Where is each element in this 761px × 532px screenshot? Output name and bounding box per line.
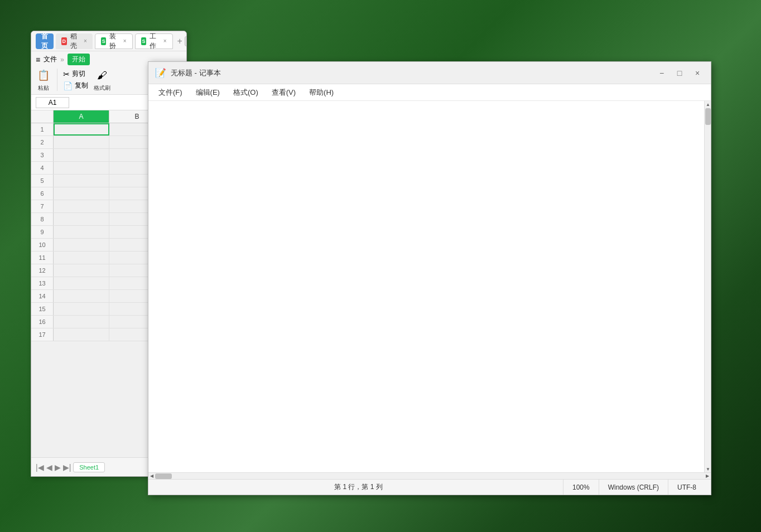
format-label: 格式刷 [94, 84, 110, 92]
np-menu-help[interactable]: 帮助(H) [304, 85, 339, 100]
paste-group: 📋 粘贴 [36, 67, 51, 92]
cell-a14[interactable] [54, 290, 109, 302]
cell-b4[interactable] [109, 162, 154, 174]
cell-a16[interactable] [54, 316, 109, 328]
np-menubar: 文件(F) 编辑(E) 格式(O) 查看(V) 帮助(H) [148, 84, 711, 101]
cell-a1[interactable] [54, 123, 109, 136]
ss-window-controls: 2 访客登录 👤 − □ × [185, 31, 187, 52]
np-menu-view[interactable]: 查看(V) [266, 85, 301, 100]
cell-b11[interactable] [109, 252, 154, 264]
tab-zhuangban[interactable]: S 装扮 × [95, 33, 133, 49]
row-num-3: 3 [31, 149, 54, 161]
cell-b9[interactable] [109, 226, 154, 238]
cell-b3[interactable] [109, 149, 154, 161]
np-scroll-up-arrow[interactable]: ▲ [705, 101, 711, 108]
cell-a9[interactable] [54, 226, 109, 238]
tab-daoke-label: 稻壳 [70, 32, 79, 51]
cell-a10[interactable] [54, 239, 109, 251]
cell-a6[interactable] [54, 187, 109, 200]
cell-a2[interactable] [54, 136, 109, 148]
np-status-encoding: UTF-8 [668, 480, 705, 495]
tab-add-button[interactable]: + [177, 36, 182, 46]
sheet-nav-next[interactable]: ▶ [55, 463, 61, 472]
row-num-16: 16 [31, 316, 54, 328]
sheet-nav-prev[interactable]: ◀ [46, 463, 52, 472]
start-button[interactable]: 开始 [68, 54, 90, 65]
np-text-editor[interactable] [148, 101, 711, 472]
tab-daoke[interactable]: D 稻壳 × [56, 33, 93, 49]
sheet-nav-last[interactable]: ▶| [63, 463, 71, 472]
cell-a11[interactable] [54, 252, 109, 264]
cell-b8[interactable] [109, 213, 154, 225]
cell-a8[interactable] [54, 213, 109, 225]
np-scroll-down-arrow[interactable]: ▼ [705, 466, 711, 472]
col-header-a[interactable]: A [54, 110, 109, 123]
tab-gongzuo[interactable]: S 工作 × [135, 33, 173, 49]
cell-b2[interactable] [109, 136, 154, 148]
np-scroll-thumb-horizontal[interactable] [155, 473, 172, 479]
cell-a5[interactable] [54, 175, 109, 187]
row-num-4: 4 [31, 162, 54, 174]
np-scrollbar-horizontal[interactable]: ◀ ▶ [148, 472, 711, 479]
zhuangban-icon: S [101, 37, 107, 45]
cell-b16[interactable] [109, 316, 154, 328]
row-num-12: 12 [31, 264, 54, 277]
cut-icon[interactable]: ✂ [63, 70, 70, 79]
cell-b1[interactable] [109, 123, 154, 136]
menu-icon[interactable]: ≡ [36, 55, 40, 64]
cell-a4[interactable] [54, 162, 109, 174]
copy-icon[interactable]: 📄 [63, 81, 73, 90]
daoke-icon: D [61, 37, 67, 45]
row-num-2: 2 [31, 136, 54, 148]
cell-b14[interactable] [109, 290, 154, 302]
cell-b13[interactable] [109, 277, 154, 289]
notification-badge: 2 [185, 36, 187, 46]
np-scrollbar-vertical[interactable]: ▲ ▼ [704, 101, 711, 472]
tab-gongzuo-label: 工作 [150, 32, 158, 51]
chevron-right-icon: » [60, 56, 64, 64]
cell-a17[interactable] [54, 328, 109, 341]
sheet-nav-first[interactable]: |◀ [36, 463, 44, 472]
row-num-6: 6 [31, 187, 54, 200]
cell-a7[interactable] [54, 200, 109, 212]
cell-b7[interactable] [109, 200, 154, 212]
cell-reference-input[interactable] [36, 97, 69, 108]
np-maximize-button[interactable]: □ [673, 66, 686, 80]
tab-daoke-close[interactable]: × [84, 38, 87, 44]
row-num-17: 17 [31, 328, 54, 341]
cell-a15[interactable] [54, 303, 109, 315]
np-scrollbar-h-track [155, 473, 704, 479]
np-minimize-button[interactable]: − [655, 66, 668, 80]
np-menu-edit[interactable]: 编辑(E) [190, 85, 225, 100]
np-scroll-thumb-vertical[interactable] [705, 108, 711, 125]
cell-b12[interactable] [109, 264, 154, 277]
row-num-9: 9 [31, 226, 54, 238]
copy-label: 复制 [75, 81, 88, 90]
row-num-10: 10 [31, 239, 54, 251]
file-label[interactable]: 文件 [44, 55, 57, 64]
cell-b17[interactable] [109, 328, 154, 341]
np-scroll-left-arrow[interactable]: ◀ [148, 473, 155, 480]
np-titlebar: 📝 无标题 - 记事本 − □ × [148, 62, 711, 84]
cell-b10[interactable] [109, 239, 154, 251]
tab-zhuangban-close[interactable]: × [123, 38, 127, 44]
cell-b15[interactable] [109, 303, 154, 315]
cell-a12[interactable] [54, 264, 109, 277]
cell-b6[interactable] [109, 187, 154, 200]
np-content-area: ▲ ▼ [148, 101, 711, 472]
cell-b5[interactable] [109, 175, 154, 187]
tab-zhuangban-label: 装扮 [109, 32, 118, 51]
np-menu-file[interactable]: 文件(F) [153, 85, 188, 100]
cell-a3[interactable] [54, 149, 109, 161]
tab-gongzuo-close[interactable]: × [163, 38, 167, 44]
np-statusbar: 第 1 行，第 1 列 100% Windows (CRLF) UTF-8 [148, 479, 711, 495]
format-icon[interactable]: 🖌 [94, 67, 110, 83]
cell-a13[interactable] [54, 277, 109, 289]
np-menu-format[interactable]: 格式(O) [228, 85, 264, 100]
paste-icon[interactable]: 📋 [36, 67, 51, 83]
np-close-button[interactable]: × [691, 66, 704, 80]
row-num-11: 11 [31, 252, 54, 264]
np-scroll-right-arrow[interactable]: ▶ [704, 473, 711, 480]
sheet1-tab[interactable]: Sheet1 [73, 462, 105, 472]
tab-home[interactable]: 首页 [36, 33, 54, 49]
